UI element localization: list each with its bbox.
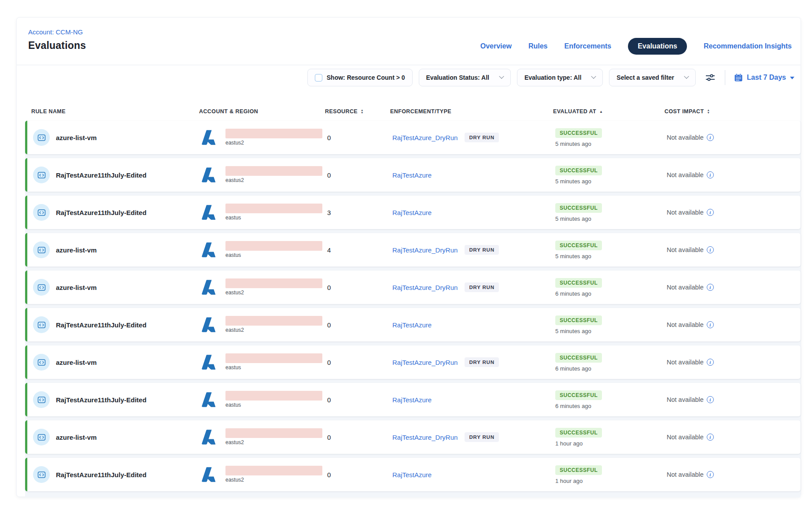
column-header-rule-name: RULE NAME bbox=[25, 108, 199, 115]
info-icon[interactable]: i bbox=[707, 246, 714, 253]
enforcement-link[interactable]: RajTestAzure_DryRun bbox=[392, 434, 458, 441]
rule-name-cell: azure-list-vm bbox=[27, 354, 201, 371]
evaluation-type-select[interactable]: Evaluation type: All bbox=[517, 69, 603, 86]
status-badge: SUCCESSFUL bbox=[555, 465, 602, 475]
account-stack: eastus2 bbox=[225, 278, 322, 296]
enforcement-link[interactable]: RajTestAzure bbox=[392, 471, 432, 479]
account-stack: eastus bbox=[225, 204, 322, 221]
account-region-cell: eastus2 bbox=[201, 316, 327, 334]
evaluated-time: 1 hour ago bbox=[555, 478, 583, 484]
region-label: eastus2 bbox=[225, 140, 322, 146]
table-row[interactable]: azure-list-vm eastus2 0 RajTestAzure_Dry… bbox=[25, 121, 801, 154]
resource-count: 0 bbox=[327, 396, 392, 404]
rule-name: azure-list-vm bbox=[56, 434, 97, 441]
cost-impact-value: Not available bbox=[667, 434, 704, 441]
filter-settings-button[interactable] bbox=[703, 70, 718, 85]
info-icon[interactable]: i bbox=[707, 171, 714, 178]
info-icon[interactable]: i bbox=[707, 396, 714, 403]
evaluation-status-value: Evaluation Status: All bbox=[426, 74, 489, 81]
account-name-redacted bbox=[225, 129, 322, 138]
sort-icon[interactable]: ▲▼ bbox=[707, 109, 710, 114]
info-icon[interactable]: i bbox=[707, 134, 714, 141]
resource-count-checkbox[interactable] bbox=[315, 74, 322, 82]
account-stack: eastus bbox=[225, 391, 322, 408]
filter-bar: Show: Resource Count > 0 Evaluation Stat… bbox=[17, 65, 801, 90]
tab-rules[interactable]: Rules bbox=[528, 42, 548, 50]
tab-overview[interactable]: Overview bbox=[480, 42, 512, 50]
info-icon[interactable]: i bbox=[707, 284, 714, 291]
rule-icon bbox=[33, 391, 50, 408]
status-badge: SUCCESSFUL bbox=[555, 278, 602, 288]
sliders-icon bbox=[705, 73, 716, 82]
cost-impact-cell: Not available i bbox=[667, 396, 801, 403]
region-label: eastus2 bbox=[225, 177, 322, 183]
table-row[interactable]: RajTestAzure11thJuly-Edited eastus 3 Raj… bbox=[25, 196, 801, 229]
rule-name-cell: RajTestAzure11thJuly-Edited bbox=[27, 391, 201, 408]
evaluations-panel: Account: CCM-NG Evaluations Overview Rul… bbox=[17, 18, 801, 497]
enforcement-link[interactable]: RajTestAzure_DryRun bbox=[392, 134, 458, 141]
enforcement-link[interactable]: RajTestAzure_DryRun bbox=[392, 284, 458, 291]
sort-ascending-icon[interactable]: ▲ bbox=[599, 110, 603, 114]
tab-evaluations[interactable]: Evaluations bbox=[628, 38, 687, 55]
cost-impact-cell: Not available i bbox=[667, 171, 801, 178]
table-row[interactable]: RajTestAzure11thJuly-Edited eastus2 0 Ra… bbox=[25, 158, 801, 192]
region-label: eastus2 bbox=[225, 327, 322, 333]
calendar-icon bbox=[734, 73, 743, 82]
evaluated-time: 5 minutes ago bbox=[555, 253, 591, 260]
enforcement-link[interactable]: RajTestAzure bbox=[392, 171, 432, 179]
azure-icon bbox=[201, 466, 218, 483]
resource-count: 0 bbox=[327, 171, 392, 179]
enforcement-cell: RajTestAzure_DryRun DRY RUN bbox=[392, 133, 555, 142]
evaluated-time: 5 minutes ago bbox=[555, 215, 591, 222]
tab-enforcements[interactable]: Enforcements bbox=[564, 42, 611, 50]
rule-name: RajTestAzure11thJuly-Edited bbox=[56, 471, 147, 479]
cost-impact-value: Not available bbox=[667, 209, 704, 216]
dry-run-badge: DRY RUN bbox=[465, 357, 498, 367]
date-range-select[interactable]: Last 7 Days bbox=[734, 73, 794, 82]
account-stack: eastus bbox=[225, 353, 322, 371]
table-row[interactable]: RajTestAzure11thJuly-Edited eastus2 0 Ra… bbox=[25, 458, 801, 491]
enforcement-link[interactable]: RajTestAzure bbox=[392, 321, 432, 329]
evaluation-status-select[interactable]: Evaluation Status: All bbox=[419, 69, 511, 86]
table-row[interactable]: azure-list-vm eastus2 0 RajTestAzure_Dry… bbox=[25, 420, 801, 454]
account-region-cell: eastus2 bbox=[201, 278, 327, 296]
enforcement-link[interactable]: RajTestAzure_DryRun bbox=[392, 359, 458, 366]
info-icon[interactable]: i bbox=[707, 359, 714, 366]
region-label: eastus2 bbox=[225, 289, 322, 296]
info-icon[interactable]: i bbox=[707, 321, 714, 328]
saved-filter-select[interactable]: Select a saved filter bbox=[609, 69, 696, 86]
rule-icon bbox=[33, 466, 50, 483]
divider bbox=[725, 70, 725, 85]
resource-count-filter[interactable]: Show: Resource Count > 0 bbox=[307, 69, 413, 86]
enforcement-cell: RajTestAzure_DryRun DRY RUN bbox=[392, 432, 555, 442]
info-icon[interactable]: i bbox=[707, 471, 714, 478]
enforcement-link[interactable]: RajTestAzure bbox=[392, 209, 432, 216]
info-icon[interactable]: i bbox=[707, 434, 714, 441]
enforcement-link[interactable]: RajTestAzure bbox=[392, 396, 432, 404]
cost-impact-value: Not available bbox=[667, 321, 704, 328]
breadcrumb-account-link[interactable]: Account: CCM-NG bbox=[28, 28, 86, 36]
account-region-cell: eastus2 bbox=[201, 166, 327, 184]
table-row[interactable]: azure-list-vm eastus2 0 RajTestAzure_Dry… bbox=[25, 271, 801, 304]
region-label: eastus2 bbox=[225, 439, 322, 445]
tab-recommendation-insights[interactable]: Recommendation Insights bbox=[704, 42, 792, 50]
enforcement-cell: RajTestAzure bbox=[392, 396, 555, 404]
account-name-redacted bbox=[225, 428, 322, 438]
table-row[interactable]: azure-list-vm eastus 4 RajTestAzure_DryR… bbox=[25, 233, 801, 267]
sort-icon[interactable]: ▲▼ bbox=[361, 109, 364, 114]
resource-count: 0 bbox=[327, 321, 392, 329]
top-nav: Overview Rules Enforcements Evaluations … bbox=[480, 38, 792, 55]
cost-impact-value: Not available bbox=[667, 171, 704, 178]
enforcement-cell: RajTestAzure bbox=[392, 321, 555, 329]
rule-name: RajTestAzure11thJuly-Edited bbox=[56, 209, 147, 216]
rule-name: azure-list-vm bbox=[56, 134, 97, 141]
table-row[interactable]: azure-list-vm eastus 0 RajTestAzure_DryR… bbox=[25, 345, 801, 379]
status-badge: SUCCESSFUL bbox=[555, 428, 602, 438]
table-row[interactable]: RajTestAzure11thJuly-Edited eastus2 0 Ra… bbox=[25, 308, 801, 341]
info-icon[interactable]: i bbox=[707, 209, 714, 216]
column-header-account-region: ACCOUNT & REGION bbox=[199, 108, 325, 115]
enforcement-link[interactable]: RajTestAzure_DryRun bbox=[392, 246, 458, 254]
rule-icon bbox=[33, 316, 50, 333]
azure-icon bbox=[201, 391, 218, 408]
table-row[interactable]: RajTestAzure11thJuly-Edited eastus 0 Raj… bbox=[25, 383, 801, 416]
